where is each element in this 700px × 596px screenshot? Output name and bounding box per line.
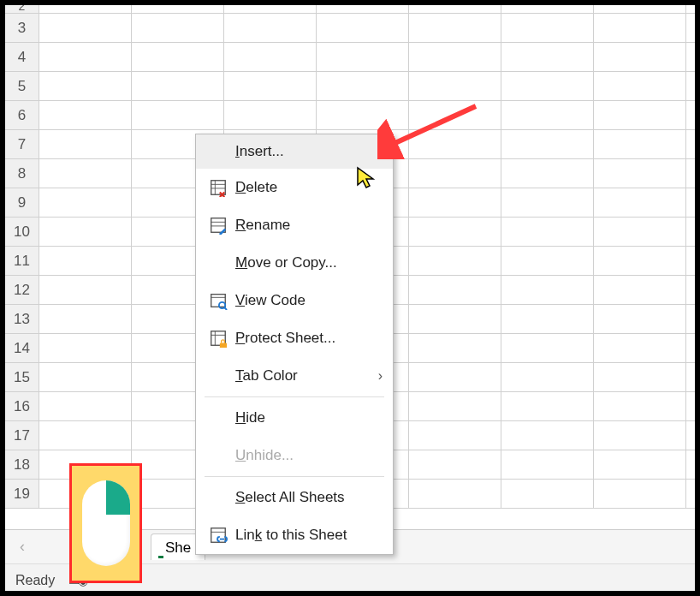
cell[interactable] xyxy=(409,5,501,13)
cell[interactable] xyxy=(39,305,132,333)
cell[interactable] xyxy=(594,392,686,420)
cell[interactable] xyxy=(594,480,686,508)
menu-tab-color[interactable]: Tab Color › xyxy=(196,357,393,395)
cell[interactable] xyxy=(409,72,501,100)
cell[interactable] xyxy=(224,14,317,42)
row-header[interactable]: 11 xyxy=(5,247,39,275)
cell[interactable] xyxy=(594,5,686,13)
cell[interactable] xyxy=(501,188,594,217)
row-header[interactable]: 13 xyxy=(5,305,39,333)
cell[interactable] xyxy=(39,130,132,158)
cell[interactable] xyxy=(409,480,501,508)
row-header[interactable]: 19 xyxy=(5,480,39,508)
cell[interactable] xyxy=(501,392,594,420)
cell[interactable] xyxy=(39,276,132,304)
cell[interactable] xyxy=(39,421,132,450)
cell[interactable] xyxy=(409,159,501,188)
cell[interactable] xyxy=(224,72,317,100)
row-header[interactable]: 2 xyxy=(5,5,39,13)
cell[interactable] xyxy=(594,101,686,129)
grid-row[interactable]: 6 xyxy=(5,101,695,130)
cell[interactable] xyxy=(501,247,594,275)
menu-hide[interactable]: Hide xyxy=(196,399,393,437)
grid-row[interactable]: 4 xyxy=(5,43,695,72)
cell[interactable] xyxy=(39,218,132,246)
cell[interactable] xyxy=(317,101,409,129)
cell[interactable] xyxy=(224,101,317,129)
cell[interactable] xyxy=(409,247,501,275)
cell[interactable] xyxy=(39,159,132,188)
cell[interactable] xyxy=(594,305,686,333)
menu-select-all-sheets[interactable]: Select All Sheets xyxy=(196,479,393,516)
row-header[interactable]: 7 xyxy=(5,130,39,158)
cell[interactable] xyxy=(409,218,501,246)
cell[interactable] xyxy=(501,130,594,158)
menu-move-copy[interactable]: Move or Copy... xyxy=(196,244,393,282)
grid-row[interactable]: 2 xyxy=(5,5,695,14)
cell[interactable] xyxy=(39,334,132,362)
cell[interactable] xyxy=(501,159,594,188)
cell[interactable] xyxy=(39,363,132,391)
row-header[interactable]: 15 xyxy=(5,363,39,391)
menu-link-to-sheet[interactable]: Link to this Sheet xyxy=(196,516,393,554)
cell[interactable] xyxy=(409,450,501,479)
cell[interactable] xyxy=(409,363,501,391)
cell[interactable] xyxy=(39,188,132,217)
cell[interactable] xyxy=(409,188,501,217)
cell[interactable] xyxy=(594,334,686,362)
cell[interactable] xyxy=(501,305,594,333)
cell[interactable] xyxy=(317,43,409,71)
menu-delete[interactable]: Delete xyxy=(196,169,393,206)
cell[interactable] xyxy=(132,5,224,13)
cell[interactable] xyxy=(39,5,132,13)
row-header[interactable]: 16 xyxy=(5,392,39,420)
cell[interactable] xyxy=(594,450,686,479)
cell[interactable] xyxy=(39,247,132,275)
row-header[interactable]: 14 xyxy=(5,334,39,362)
cell[interactable] xyxy=(594,247,686,275)
cell[interactable] xyxy=(594,43,686,71)
cell[interactable] xyxy=(409,14,501,42)
row-header[interactable]: 17 xyxy=(5,421,39,450)
cell[interactable] xyxy=(39,72,132,100)
menu-protect-sheet[interactable]: Protect Sheet... xyxy=(196,319,393,357)
row-header[interactable]: 8 xyxy=(5,159,39,188)
cell[interactable] xyxy=(594,130,686,158)
cell[interactable] xyxy=(501,480,594,508)
cell[interactable] xyxy=(132,14,224,42)
sheet-nav-left-icon[interactable]: ‹ xyxy=(5,530,39,563)
cell[interactable] xyxy=(501,334,594,362)
cell[interactable] xyxy=(409,130,501,158)
cell[interactable] xyxy=(501,276,594,304)
cell[interactable] xyxy=(594,14,686,42)
cell[interactable] xyxy=(594,363,686,391)
cell[interactable] xyxy=(39,14,132,42)
cell[interactable] xyxy=(39,101,132,129)
cell[interactable] xyxy=(501,43,594,71)
cell[interactable] xyxy=(501,14,594,42)
cell[interactable] xyxy=(132,72,224,100)
cell[interactable] xyxy=(501,218,594,246)
cell[interactable] xyxy=(409,334,501,362)
row-header[interactable]: 3 xyxy=(5,14,39,42)
row-header[interactable]: 4 xyxy=(5,43,39,71)
row-header[interactable]: 12 xyxy=(5,276,39,304)
cell[interactable] xyxy=(501,72,594,100)
menu-insert[interactable]: Insert... xyxy=(196,134,393,169)
cell[interactable] xyxy=(39,43,132,71)
menu-view-code[interactable]: View Code xyxy=(196,282,393,319)
cell[interactable] xyxy=(317,72,409,100)
cell[interactable] xyxy=(594,188,686,217)
cell[interactable] xyxy=(317,5,409,13)
cell[interactable] xyxy=(39,392,132,420)
cell[interactable] xyxy=(224,5,317,13)
cell[interactable] xyxy=(501,421,594,450)
cell[interactable] xyxy=(501,5,594,13)
cell[interactable] xyxy=(501,450,594,479)
cell[interactable] xyxy=(594,218,686,246)
row-header[interactable]: 18 xyxy=(5,450,39,479)
cell[interactable] xyxy=(132,43,224,71)
cell[interactable] xyxy=(224,43,317,71)
cell[interactable] xyxy=(317,14,409,42)
row-header[interactable]: 5 xyxy=(5,72,39,100)
